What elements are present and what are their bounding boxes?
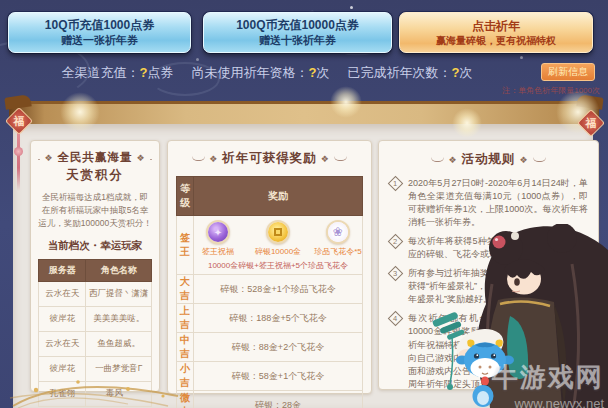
rewards-table-header-row: 等级 奖励: [177, 177, 363, 216]
title-flourish: [192, 156, 205, 161]
recharge-10q-button[interactable]: 10Q币充值1000点券 赠送一张祈年券: [8, 12, 191, 53]
stat-label: 全渠道充值：: [62, 65, 140, 80]
king-item-label: 碎银10000金: [255, 246, 301, 257]
stat-unused-chances: 尚未使用祈年资格：?次: [192, 64, 330, 82]
reward-cell: 碎银：28金: [194, 391, 363, 408]
rule-text: 2020年5月27日0时-2020年6月14日24时，单角色全渠道充值每满10元…: [408, 177, 588, 229]
diamond-ornament-icon: ❖: [44, 153, 53, 163]
stats-bar: 全渠道充值：?点券 尚未使用祈年资格：?次 已完成祈年次数：?次: [0, 64, 534, 82]
king-reward-caption: 10000金碎银+签王祝福+5个珍品飞花令: [196, 260, 360, 271]
col-level: 等级: [177, 177, 194, 216]
reward-cell: 碎银：188金+5个飞花令: [194, 304, 363, 333]
current-tier-label: 当前档次・幸运玩家: [38, 239, 152, 253]
rule-number-badge: 3: [388, 266, 404, 282]
left-panel-title: ❖ 全民共赢海量 ❖: [38, 150, 152, 165]
purple-gem-icon: ✦: [208, 222, 228, 242]
reward-cell: 碎银：88金+2个飞花令: [194, 333, 363, 362]
recharge-100q-button[interactable]: 100Q币充值10000点券 赠送十张祈年券: [203, 12, 392, 53]
rule-item-1: 1 2020年5月27日0时-2020年6月14日24时，单角色全渠道充值每满1…: [389, 177, 588, 229]
sparkle-glow: [60, 92, 100, 132]
server-cell: 彼岸花: [39, 306, 86, 331]
pray-button-line2: 赢海量碎银，更有祝福特权: [436, 34, 556, 47]
star-dot: [520, 56, 523, 59]
winner-row: 云水在天西厂提督丶潇潇: [39, 281, 152, 306]
stat-completed-count: 已完成祈年次数：?次: [347, 64, 472, 82]
reward-row: 微吉碎银：28金: [177, 391, 363, 408]
diamond-ornament-icon: ❖: [448, 155, 457, 165]
stat-suffix: 次: [316, 65, 329, 80]
name-cell: 美美美美哒。: [86, 306, 152, 331]
stat-value: ?: [140, 65, 148, 80]
reward-row: 上吉碎银：188金+5个飞花令: [177, 304, 363, 333]
diamond-ornament-icon: ❖: [321, 154, 330, 164]
fu-character: 福: [14, 114, 25, 129]
lottery-description: 全民祈福每达成1档成就，即在所有祈福玩家中抽取5名幸运儿，奖励100000天赏积…: [38, 191, 152, 231]
event-page: { "top_buttons": [ { "line1": "10Q币充值100…: [0, 0, 608, 408]
title-flourish: [533, 157, 546, 162]
pray-button[interactable]: 点击祈年 赢海量碎银，更有祝福特权: [399, 12, 593, 53]
rewards-table: 等级 奖励 签王 ✦ 签王祝福 碎银10000金: [176, 176, 363, 408]
lucky-players-panel: ❖ 全民共赢海量 ❖ 天赏积分 全民祈福每达成1档成就，即在所有祈福玩家中抽取5…: [30, 140, 160, 392]
reward-row: 大吉碎银：528金+1个珍品飞花令: [177, 275, 363, 304]
diamond-ornament-icon: ❖: [137, 153, 146, 163]
stat-label: 已完成祈年次数：: [347, 65, 451, 80]
title-flourish: [334, 156, 347, 161]
reward-row: 中吉碎银：88金+2个飞花令: [177, 333, 363, 362]
rule-number-badge: 2: [388, 234, 404, 250]
level-cell: 大吉: [177, 275, 194, 304]
title-flourish: [150, 155, 152, 160]
rewards-panel-title: ❖ 祈年可获得奖励 ❖: [176, 150, 363, 167]
refresh-info-button[interactable]: 刷新信息: [541, 63, 595, 81]
col-server: 服务器: [39, 259, 86, 281]
fu-charm-left: 福: [6, 108, 32, 134]
reward-cell: 碎银：58金+1个飞花令: [194, 362, 363, 391]
gold-coin-icon: [268, 222, 288, 242]
recharge-100q-line1: 100Q币充值10000点券: [236, 17, 359, 33]
reward-row: 小吉碎银：58金+1个飞花令: [177, 362, 363, 391]
king-reward-cell: ✦ 签王祝福 碎银10000金 ❀ 珍品飞花令*5 10000金碎银+签王祝福+…: [194, 216, 363, 275]
stat-suffix: 次: [459, 65, 472, 80]
name-cell: 西厂提督丶潇潇: [86, 281, 152, 306]
stat-total-recharge: 全渠道充值：?点券: [62, 64, 174, 82]
sparkle-glow: [452, 108, 482, 138]
winner-row: 彼岸花美美美美哒。: [39, 306, 152, 331]
pray-button-line1: 点击祈年: [472, 18, 520, 34]
server-cell: 云水在天: [39, 281, 86, 306]
fu-charm-tassel: [17, 133, 20, 191]
title-flourish: [431, 157, 444, 162]
king-item-flower-token: ❀ 珍品飞花令*5: [316, 220, 360, 257]
stat-suffix: 点券: [148, 65, 174, 80]
left-panel-title-text: 全民共赢海量: [58, 150, 133, 165]
fu-charm-right: 福: [578, 110, 604, 136]
king-item-label: 签王祝福: [202, 246, 234, 257]
diamond-ornament-icon: ❖: [520, 155, 529, 165]
left-panel-subtitle-text: 天赏积分: [38, 167, 152, 184]
rules-panel-title: ❖ 活动规则 ❖: [389, 151, 588, 168]
cow-mascot: [455, 336, 515, 408]
reward-row-king: 签王 ✦ 签王祝福 碎银10000金 ❀ 珍品飞花令*5: [177, 216, 363, 275]
level-cell: 上吉: [177, 304, 194, 333]
recharge-10q-line2: 赠送一张祈年券: [61, 33, 138, 47]
star-dot: [350, 6, 353, 9]
rewards-panel-title-text: 祈年可获得奖励: [222, 150, 317, 167]
rules-panel-title-text: 活动规则: [462, 151, 516, 168]
sparkle-glow: [330, 86, 362, 118]
rule-number-badge: 4: [388, 311, 404, 327]
winner-row: 云水在天鱼鱼超威。: [39, 331, 152, 356]
king-item-blessing: ✦ 签王祝福: [196, 220, 240, 257]
recharge-10q-line1: 10Q币充值1000点券: [45, 17, 154, 33]
flower-token-icon: ❀: [328, 222, 348, 242]
name-cell: 鱼鱼超威。: [86, 331, 152, 356]
col-reward: 奖励: [194, 177, 363, 216]
king-item-label: 珍品飞花令*5: [314, 246, 362, 257]
king-item-silver: 碎银10000金: [256, 220, 300, 257]
winners-table-header-row: 服务器 角色名称: [39, 259, 152, 281]
level-cell: 签王: [177, 216, 194, 275]
gold-firework-decoration: [8, 356, 183, 408]
rewards-panel: ❖ 祈年可获得奖励 ❖ 等级 奖励 签王 ✦ 签王祝福: [167, 140, 372, 394]
stat-label: 尚未使用祈年资格：: [192, 65, 309, 80]
col-character-name: 角色名称: [86, 259, 152, 281]
server-cell: 云水在天: [39, 331, 86, 356]
king-reward-items: ✦ 签王祝福 碎银10000金 ❀ 珍品飞花令*5: [196, 220, 360, 257]
star-dot: [196, 58, 199, 61]
